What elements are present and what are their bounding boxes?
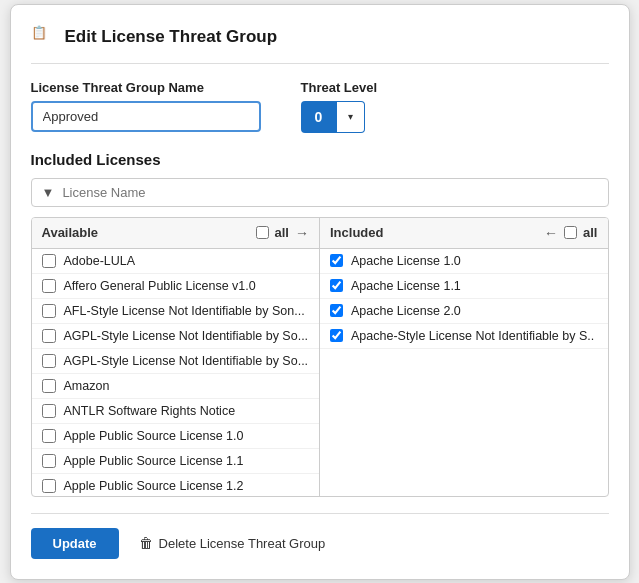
filter-row: ▼ bbox=[31, 178, 609, 207]
available-item-label: Affero General Public License v1.0 bbox=[64, 279, 256, 293]
filter-icon: ▼ bbox=[42, 185, 55, 200]
delete-button[interactable]: 🗑 Delete License Threat Group bbox=[139, 535, 326, 551]
available-item-label: Apple Public Source License 1.1 bbox=[64, 454, 244, 468]
available-list-item: ANTLR Software Rights Notice bbox=[32, 399, 320, 424]
available-item-checkbox[interactable] bbox=[42, 279, 56, 293]
modal-title: Edit License Threat Group bbox=[65, 27, 278, 47]
included-item-checkbox[interactable] bbox=[330, 304, 343, 317]
included-panel: Included ← all Apache License 1.0Apache … bbox=[320, 218, 608, 496]
available-list-item: AGPL-Style License Not Identifiable by S… bbox=[32, 324, 320, 349]
included-item-checkbox[interactable] bbox=[330, 329, 343, 342]
threat-badge: 0 bbox=[301, 101, 337, 133]
modal-header: 📋 Edit License Threat Group bbox=[31, 25, 609, 64]
included-item-label: Apache License 1.0 bbox=[351, 254, 461, 268]
available-list-item: Affero General Public License v1.0 bbox=[32, 274, 320, 299]
included-licenses-title: Included Licenses bbox=[31, 151, 609, 168]
footer: Update 🗑 Delete License Threat Group bbox=[31, 513, 609, 559]
included-list: Apache License 1.0Apache License 1.1Apac… bbox=[320, 249, 608, 496]
available-item-label: AFL-Style License Not Identifiable by So… bbox=[64, 304, 305, 318]
available-list-item: Adobe-LULA bbox=[32, 249, 320, 274]
included-label: Included bbox=[330, 225, 383, 240]
available-list-item: AFL-Style License Not Identifiable by So… bbox=[32, 299, 320, 324]
available-item-label: AGPL-Style License Not Identifiable by S… bbox=[64, 354, 309, 368]
included-list-item: Apache License 1.1 bbox=[320, 274, 608, 299]
available-list-item: AGPL-Style License Not Identifiable by S… bbox=[32, 349, 320, 374]
available-item-checkbox[interactable] bbox=[42, 454, 56, 468]
name-group: License Threat Group Name bbox=[31, 80, 261, 132]
available-list-item: Apple Public Source License 1.1 bbox=[32, 449, 320, 474]
included-header: Included ← all bbox=[320, 218, 608, 249]
included-item-checkbox[interactable] bbox=[330, 254, 343, 267]
available-arrow-icon[interactable]: → bbox=[295, 225, 309, 241]
threat-select: 0 ▾ bbox=[301, 101, 378, 133]
form-row: License Threat Group Name Threat Level 0… bbox=[31, 80, 609, 133]
available-header: Available all → bbox=[32, 218, 320, 249]
update-button[interactable]: Update bbox=[31, 528, 119, 559]
name-input[interactable] bbox=[31, 101, 261, 132]
included-list-item: Apache License 2.0 bbox=[320, 299, 608, 324]
available-list-item: Apple Public Source License 1.0 bbox=[32, 424, 320, 449]
available-item-checkbox[interactable] bbox=[42, 429, 56, 443]
trash-icon: 🗑 bbox=[139, 535, 153, 551]
available-item-label: Apple Public Source License 1.2 bbox=[64, 479, 244, 493]
included-list-item: Apache-Style License Not Identifiable by… bbox=[320, 324, 608, 349]
available-all-row: all → bbox=[256, 225, 309, 241]
modal-icon: 📋 bbox=[31, 25, 55, 49]
included-list-item: Apache License 1.0 bbox=[320, 249, 608, 274]
threat-dropdown-button[interactable]: ▾ bbox=[337, 101, 365, 133]
available-panel: Available all → Adobe-LULAAffero General… bbox=[32, 218, 321, 496]
available-item-label: AGPL-Style License Not Identifiable by S… bbox=[64, 329, 309, 343]
available-item-checkbox[interactable] bbox=[42, 479, 56, 493]
available-item-checkbox[interactable] bbox=[42, 354, 56, 368]
included-item-label: Apache License 1.1 bbox=[351, 279, 461, 293]
included-all-row: ← all bbox=[544, 225, 597, 241]
lists-container: Available all → Adobe-LULAAffero General… bbox=[31, 217, 609, 497]
available-item-checkbox[interactable] bbox=[42, 329, 56, 343]
available-label: Available bbox=[42, 225, 99, 240]
included-select-all[interactable] bbox=[564, 226, 577, 239]
available-item-checkbox[interactable] bbox=[42, 379, 56, 393]
available-select-all[interactable] bbox=[256, 226, 269, 239]
available-list-item: Apple Public Source License 1.2 bbox=[32, 474, 320, 496]
available-list-item: Amazon bbox=[32, 374, 320, 399]
included-item-label: Apache-Style License Not Identifiable by… bbox=[351, 329, 594, 343]
included-all-label: all bbox=[583, 225, 597, 240]
available-item-checkbox[interactable] bbox=[42, 254, 56, 268]
included-arrow-icon[interactable]: ← bbox=[544, 225, 558, 241]
threat-level-group: Threat Level 0 ▾ bbox=[301, 80, 378, 133]
included-item-label: Apache License 2.0 bbox=[351, 304, 461, 318]
available-item-label: ANTLR Software Rights Notice bbox=[64, 404, 236, 418]
available-list: Adobe-LULAAffero General Public License … bbox=[32, 249, 320, 496]
available-item-checkbox[interactable] bbox=[42, 304, 56, 318]
available-item-label: Adobe-LULA bbox=[64, 254, 136, 268]
available-item-label: Amazon bbox=[64, 379, 110, 393]
name-label: License Threat Group Name bbox=[31, 80, 261, 95]
included-item-checkbox[interactable] bbox=[330, 279, 343, 292]
available-item-checkbox[interactable] bbox=[42, 404, 56, 418]
available-all-label: all bbox=[275, 225, 289, 240]
threat-label: Threat Level bbox=[301, 80, 378, 95]
available-item-label: Apple Public Source License 1.0 bbox=[64, 429, 244, 443]
delete-label: Delete License Threat Group bbox=[159, 536, 326, 551]
license-filter-input[interactable] bbox=[62, 185, 597, 200]
modal: 📋 Edit License Threat Group License Thre… bbox=[10, 4, 630, 580]
